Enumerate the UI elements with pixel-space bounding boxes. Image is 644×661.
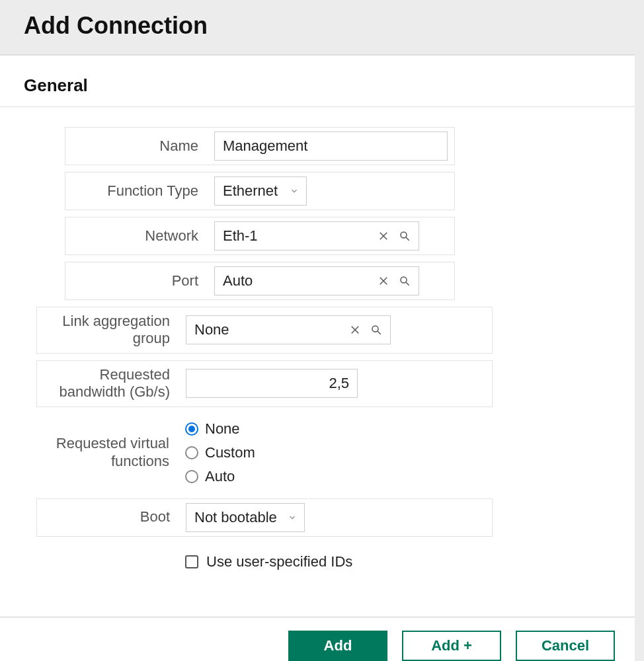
control-boot: Not bootable — [179, 499, 492, 536]
radio-custom-label: Custom — [205, 444, 255, 461]
name-input[interactable] — [214, 132, 448, 161]
svg-point-2 — [401, 232, 407, 238]
spacer-user-ids — [36, 543, 179, 580]
svg-point-10 — [372, 326, 378, 332]
add-plus-button[interactable]: Add + — [402, 631, 501, 661]
network-value: Eth-1 — [223, 227, 371, 245]
clear-icon[interactable] — [346, 321, 364, 338]
row-user-ids: Use user-specified IDs — [36, 543, 493, 580]
function-type-value: Ethernet — [223, 182, 284, 200]
dialog-titlebar: Add Connection — [0, 0, 635, 56]
port-value: Auto — [223, 272, 371, 290]
search-icon[interactable] — [368, 321, 385, 338]
radio-icon — [185, 446, 198, 459]
search-icon[interactable] — [396, 227, 413, 245]
label-bandwidth: Requested bandwidth (Gb/s) — [37, 361, 179, 407]
control-network: Eth-1 — [208, 217, 454, 254]
label-boot: Boot — [37, 499, 179, 536]
chevron-down-icon — [289, 186, 300, 196]
port-lookup[interactable]: Auto — [214, 266, 419, 295]
row-function-type: Function Type Ethernet — [65, 172, 455, 210]
label-network: Network — [65, 217, 208, 254]
form-area: Name Function Type Ethernet Network — [0, 107, 635, 590]
label-name: Name — [65, 128, 208, 165]
user-ids-label: Use user-specified IDs — [206, 553, 352, 570]
bandwidth-input[interactable] — [186, 369, 358, 398]
control-virtual-funcs: None Custom Auto — [179, 414, 493, 492]
radio-custom[interactable]: Custom — [185, 444, 255, 461]
boot-value: Not bootable — [194, 509, 282, 526]
cancel-button[interactable]: Cancel — [516, 631, 615, 661]
control-user-ids: Use user-specified IDs — [179, 543, 493, 580]
label-link-agg: Link aggregation group — [37, 307, 179, 353]
radio-auto[interactable]: Auto — [185, 468, 255, 485]
label-virtual-funcs: Requested virtual functions — [36, 430, 179, 475]
function-type-select[interactable]: Ethernet — [214, 176, 307, 206]
label-port: Port — [65, 262, 208, 299]
add-connection-dialog: Add Connection General Name Function Typ… — [0, 0, 644, 661]
control-port: Auto — [208, 262, 454, 299]
section-title: General — [24, 75, 611, 96]
radio-none[interactable]: None — [185, 420, 255, 438]
link-agg-value: None — [194, 321, 342, 338]
row-port: Port Auto — [65, 262, 455, 300]
row-bandwidth: Requested bandwidth (Gb/s) — [36, 360, 493, 407]
radio-icon — [185, 422, 198, 436]
row-network: Network Eth-1 — [65, 217, 455, 255]
control-link-agg: None — [179, 307, 492, 353]
svg-point-6 — [401, 277, 407, 283]
radio-auto-label: Auto — [205, 468, 235, 485]
network-lookup[interactable]: Eth-1 — [214, 221, 419, 251]
clear-icon[interactable] — [375, 227, 392, 245]
row-boot: Boot Not bootable — [36, 498, 493, 537]
clear-icon[interactable] — [375, 272, 392, 290]
user-ids-checkbox[interactable]: Use user-specified IDs — [185, 553, 352, 570]
control-name — [208, 128, 454, 165]
svg-line-3 — [406, 237, 409, 241]
link-agg-lookup[interactable]: None — [186, 315, 391, 344]
row-name: Name — [65, 127, 455, 165]
control-bandwidth — [179, 361, 492, 407]
radio-icon — [185, 470, 198, 483]
search-icon[interactable] — [396, 272, 413, 290]
add-button[interactable]: Add — [288, 631, 387, 661]
dialog-footer: Add Add + Cancel — [0, 617, 635, 661]
checkbox-icon — [185, 555, 198, 568]
control-function-type: Ethernet — [208, 173, 454, 210]
radio-none-label: None — [205, 420, 240, 438]
row-link-agg: Link aggregation group None — [36, 307, 493, 354]
label-function-type: Function Type — [65, 173, 208, 210]
boot-select[interactable]: Not bootable — [186, 503, 305, 532]
svg-line-11 — [378, 332, 381, 335]
row-virtual-funcs: Requested virtual functions None Custom … — [36, 414, 493, 492]
dialog-title: Add Connection — [24, 12, 611, 40]
svg-line-7 — [406, 282, 409, 286]
chevron-down-icon — [287, 512, 298, 523]
virtual-funcs-radio-group: None Custom Auto — [185, 418, 255, 488]
section-header: General — [0, 56, 635, 106]
